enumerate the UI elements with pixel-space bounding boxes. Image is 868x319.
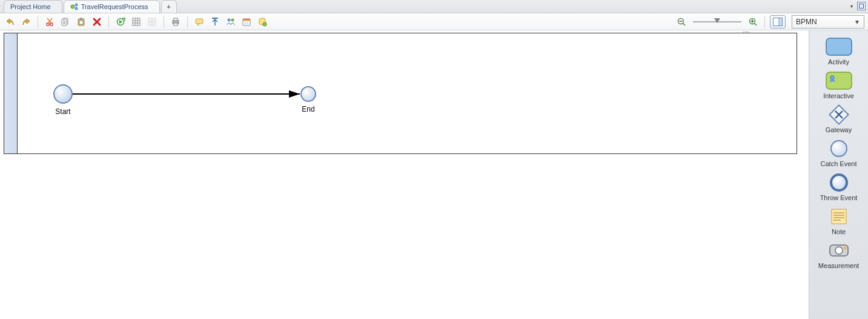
tab-label: Project Home <box>10 3 51 10</box>
svg-point-0 <box>71 5 75 8</box>
tab-process[interactable]: TravelRequestProcess <box>64 0 160 13</box>
svg-rect-15 <box>153 18 156 21</box>
measurement-icon <box>825 240 853 261</box>
svg-point-2 <box>75 7 78 10</box>
palette: Activity Interactive Gateway Catch Event… <box>809 30 868 319</box>
diagram-canvas[interactable]: ▲ <box>0 30 809 319</box>
svg-marker-12 <box>119 20 122 24</box>
svg-point-41 <box>835 247 843 254</box>
copy-button[interactable] <box>59 15 72 29</box>
undo-button[interactable] <box>4 15 17 29</box>
palette-catch-event[interactable]: Catch Event <box>813 136 865 169</box>
svg-rect-21 <box>196 19 203 24</box>
svg-rect-14 <box>148 18 151 21</box>
zoom-out-button[interactable] <box>675 15 688 29</box>
palette-throw-event[interactable]: Throw Event <box>813 170 865 203</box>
svg-rect-3 <box>860 4 864 8</box>
grid-button[interactable] <box>130 15 143 29</box>
svg-rect-22 <box>212 18 218 19</box>
maximize-icon[interactable] <box>857 2 866 10</box>
lane-body: Start End <box>18 33 797 153</box>
palette-gateway[interactable]: Gateway <box>813 102 865 135</box>
svg-point-37 <box>831 141 847 156</box>
share-button[interactable] <box>208 15 222 29</box>
svg-point-1 <box>75 4 78 6</box>
svg-point-35 <box>830 76 833 79</box>
simulate-button[interactable] <box>114 15 127 29</box>
start-event-node[interactable] <box>54 85 72 103</box>
align-button[interactable] <box>145 15 159 29</box>
toolbar-separator <box>108 16 109 28</box>
menu-down-icon[interactable]: ▾ <box>847 2 856 10</box>
svg-point-23 <box>228 19 230 21</box>
main-area: ▲ <box>0 30 868 319</box>
palette-measurement[interactable]: Measurement <box>813 238 865 270</box>
roles-button[interactable] <box>224 15 237 29</box>
svg-rect-20 <box>174 23 177 25</box>
window-controls: ▾ <box>847 2 866 10</box>
palette-label: Note <box>832 228 846 235</box>
palette-label: Activity <box>828 58 849 65</box>
svg-rect-26 <box>243 19 250 21</box>
palette-label: Throw Event <box>820 194 858 201</box>
throw-event-icon <box>825 172 853 193</box>
delete-button[interactable] <box>90 15 104 29</box>
activity-icon <box>825 36 853 57</box>
svg-rect-17 <box>153 22 156 25</box>
chevron-down-icon: ▾ <box>853 18 861 26</box>
redo-button[interactable] <box>19 15 33 29</box>
palette-toggle-button[interactable] <box>770 15 786 29</box>
notation-dropdown[interactable]: BPMN ▾ <box>792 15 864 29</box>
flow-svg <box>18 33 799 155</box>
paste-button[interactable] <box>75 15 88 29</box>
process-icon <box>70 2 79 11</box>
notation-selected: BPMN <box>796 18 817 26</box>
cut-button[interactable] <box>43 15 56 29</box>
end-event-label: End <box>290 105 326 113</box>
toolbar-separator <box>764 16 765 28</box>
interactive-icon <box>825 70 853 91</box>
gateway-icon <box>825 104 853 125</box>
tab-add[interactable]: + <box>161 0 177 13</box>
zoom-controls <box>675 15 760 29</box>
print-button[interactable] <box>169 15 182 29</box>
svg-rect-13 <box>133 18 140 25</box>
palette-activity[interactable]: Activity <box>813 34 865 67</box>
catch-event-icon <box>825 138 853 159</box>
tab-bar: Project Home TravelRequestProcess + ▾ <box>0 0 868 13</box>
svg-rect-16 <box>148 22 151 25</box>
calendar-button[interactable] <box>240 15 253 29</box>
palette-label: Catch Event <box>821 160 857 167</box>
annotation-button[interactable] <box>193 15 206 29</box>
svg-rect-9 <box>80 18 82 19</box>
palette-note[interactable]: Note <box>813 204 865 237</box>
zoom-in-button[interactable] <box>746 15 760 29</box>
toolbar-separator <box>164 16 164 28</box>
lane-header[interactable] <box>4 33 18 153</box>
palette-label: Gateway <box>826 126 852 133</box>
toolbar-separator <box>38 16 38 28</box>
palette-label: Measurement <box>818 262 859 269</box>
toolbar: BPMN ▾ <box>0 13 868 30</box>
palette-interactive[interactable]: Interactive <box>813 68 865 101</box>
svg-point-28 <box>263 22 267 26</box>
tab-project-home[interactable]: Project Home <box>4 0 62 13</box>
svg-rect-33 <box>826 38 852 55</box>
palette-label: Interactive <box>823 92 854 99</box>
svg-rect-10 <box>79 21 83 24</box>
tab-label: TravelRequestProcess <box>81 3 148 10</box>
svg-rect-19 <box>174 18 177 21</box>
svg-point-42 <box>844 247 846 249</box>
data-button[interactable] <box>256 15 269 29</box>
start-event-label: Start <box>45 107 81 116</box>
svg-rect-39 <box>832 209 846 224</box>
end-event-node[interactable] <box>301 87 316 101</box>
zoom-slider[interactable] <box>693 20 741 24</box>
process-lane: Start End <box>4 33 797 154</box>
svg-point-38 <box>831 175 847 190</box>
plus-icon: + <box>167 3 170 10</box>
svg-point-24 <box>231 19 234 21</box>
toolbar-separator <box>187 16 188 28</box>
note-icon <box>825 206 853 227</box>
svg-rect-32 <box>779 18 783 25</box>
